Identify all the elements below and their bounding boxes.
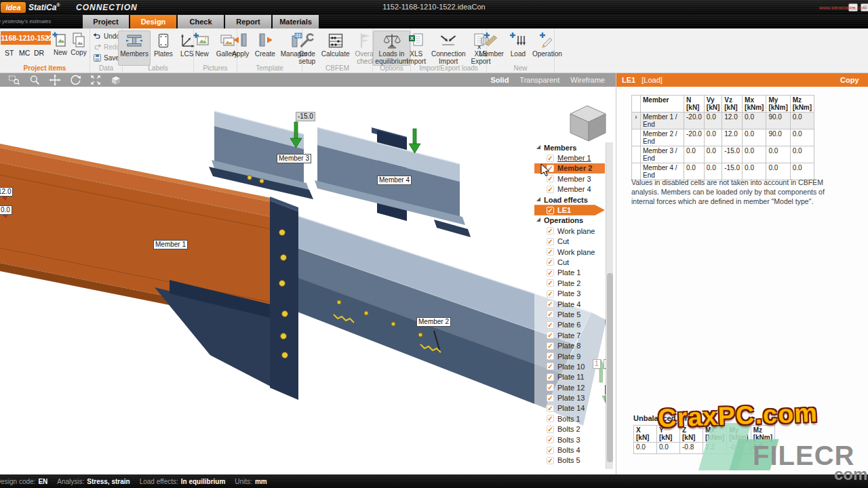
checkbox-icon[interactable]: ✓ [547,394,554,402]
value-cell[interactable]: 12.0 [722,129,743,146]
tree-item-bolts-5[interactable]: ✓Bolts 5 [534,455,605,466]
tree-item-plate-13[interactable]: ✓Plate 13 [534,392,605,403]
tree-item-plate-9[interactable]: ✓Plate 9 [534,351,605,361]
checkbox-icon[interactable]: ✓ [547,352,554,360]
label-member-3[interactable]: Member 3 [277,154,311,163]
view-mode-solid[interactable]: Solid [490,76,509,84]
expander-icon[interactable] [536,145,540,149]
calculate-button[interactable]: Calculate [319,30,352,66]
label-member-4[interactable]: Member 4 [377,176,412,185]
checkbox-icon[interactable]: ✓ [547,238,554,245]
value-cell[interactable]: 0.0 [704,163,722,180]
label-member-1[interactable]: Member 1 [153,240,188,249]
value-cell[interactable]: -20.0 [684,129,705,146]
checkbox-icon[interactable]: ✓ [547,258,554,266]
value-cell[interactable]: 90.0 [766,113,790,129]
checkbox-icon[interactable]: ✓ [547,342,554,350]
tree-item-plate-6[interactable]: ✓Plate 6 [534,320,605,330]
member-button[interactable]: Member [477,30,506,66]
tab-materials[interactable]: Materials [273,15,319,28]
checkbox-icon[interactable]: ✓ [547,227,554,235]
value-cell[interactable]: 0.0 [766,163,790,180]
tree-item-bolts-2[interactable]: ✓Bolts 2 [534,424,605,434]
tree-section-load-effects[interactable]: Load effects [534,195,605,205]
checkbox-icon[interactable]: ✓ [547,457,554,464]
operation-button[interactable]: Operation [530,30,564,66]
label-member-2[interactable]: Member 2 [416,317,451,327]
checkbox-icon[interactable]: ✓ [547,300,554,308]
checkbox-icon[interactable]: ✓ [547,279,554,287]
tree-item-work-plane[interactable]: ✓Work plane [534,226,605,236]
tree-item-member-1[interactable]: ✓Member 1 [534,152,605,163]
st-button[interactable]: ST [5,49,14,57]
member-cell[interactable]: Member 2 / End [641,129,684,146]
value-cell[interactable]: 0.0 [704,113,722,129]
value-cell[interactable]: 0.0 [704,129,722,146]
checkbox-icon[interactable]: ✓ [547,207,554,214]
value-cell[interactable]: 0.0 [790,129,814,146]
copy-project-item-button[interactable]: Copy [70,31,87,57]
expander-icon[interactable] [536,218,540,222]
xls-import-button[interactable]: XXLS Import [405,30,428,66]
load-row-member-2-end[interactable]: Member 2 / End-20.00.012.00.090.00.0 [632,129,814,146]
new-button[interactable]: New [191,30,213,66]
tab-check[interactable]: Check [178,15,224,28]
tab-report[interactable]: Report [225,15,271,28]
load-row-member-3-end[interactable]: Member 3 / End0.00.0-15.00.00.00.0 [632,146,814,163]
checkbox-icon[interactable]: ✓ [547,186,554,193]
tree-section-operations[interactable]: Operations [534,216,605,226]
code-setup-button[interactable]: Code setup [296,30,318,66]
value-cell[interactable]: 0.0 [743,146,766,163]
tab-design[interactable]: Design [130,15,176,28]
navigation-cube[interactable] [570,106,606,141]
tree-item-plate-1[interactable]: ✓Plate 1 [534,268,605,278]
tree-scrollbar-thumb[interactable] [607,273,613,463]
project-item-dropdown[interactable]: 1152-1168-1210-1522 ▾ [1,31,51,45]
load-row-member-1-end[interactable]: ›Member 1 / End-20.00.012.00.090.00.0 [632,113,814,129]
value-cell[interactable]: 0.0 [743,129,766,146]
checkbox-icon[interactable]: ✓ [547,310,554,318]
value-cell[interactable]: 0.0 [790,146,814,163]
value-cell[interactable]: 0.0 [743,113,766,129]
checkbox-icon[interactable]: ✓ [547,363,554,370]
3d-viewport[interactable]: Member 3Member 4Member 1Member 2-15.012.… [0,87,616,474]
value-cell[interactable]: 0.0 [790,113,814,129]
mc-button[interactable]: MC [19,49,30,57]
value-cell[interactable]: -15.0 [722,163,743,180]
plates-button[interactable]: Plates [152,30,175,66]
value-cell[interactable]: 0.0 [684,163,705,180]
checkbox-icon[interactable]: ✓ [547,248,554,256]
tree-item-plate-2[interactable]: ✓Plate 2 [534,278,605,288]
checkbox-icon[interactable]: ✓ [547,384,554,391]
3d-scene[interactable] [0,87,616,474]
checkbox-icon[interactable]: ✓ [547,426,554,433]
checkbox-icon[interactable]: ✓ [547,321,554,329]
value-cell[interactable]: 0.0 [704,146,722,163]
tree-item-plate-7[interactable]: ✓Plate 7 [534,330,605,340]
tree-scrollbar[interactable] [606,142,613,469]
dr-button[interactable]: DR [34,49,44,57]
checkbox-icon[interactable]: ✓ [547,155,554,162]
copy-load-button[interactable]: Copy [840,73,859,87]
value-cell[interactable]: 0.0 [684,146,705,163]
checkbox-icon[interactable]: ✓ [547,447,554,454]
solid-box-icon[interactable] [110,74,122,86]
value-cell[interactable]: 0.0 [790,163,814,180]
tree-item-work-plane[interactable]: ✓Work plane [534,247,605,257]
tree-item-plate-4[interactable]: ✓Plate 4 [534,299,605,309]
tree-item-plate-12[interactable]: ✓Plate 12 [534,382,605,392]
checkbox-icon[interactable]: ✓ [547,436,554,443]
expander-icon[interactable] [536,197,540,201]
checkbox-icon[interactable]: ✓ [547,290,554,298]
member-cell[interactable]: Member 1 / End [641,113,684,129]
tree-item-plate-11[interactable]: ✓Plate 11 [534,372,605,382]
checkbox-icon[interactable]: ✓ [547,373,554,381]
value-cell[interactable]: 0.0 [743,163,766,180]
tree-item-bolts-4[interactable]: ✓Bolts 4 [534,445,605,455]
checkbox-icon[interactable]: ✓ [547,405,554,412]
value-cell[interactable]: 90.0 [766,129,790,146]
view-mode-transparent[interactable]: Transparent [519,76,559,84]
tree-section-members[interactable]: Members [534,142,605,152]
tree-item-plate-5[interactable]: ✓Plate 5 [534,309,605,319]
tree-item-plate-8[interactable]: ✓Plate 8 [534,340,605,350]
